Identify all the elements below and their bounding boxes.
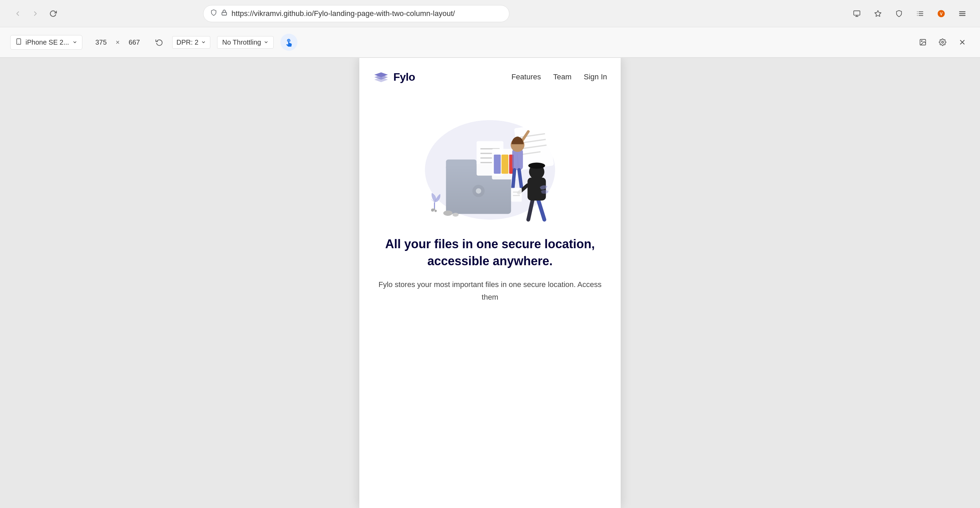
svg-text:V: V — [940, 11, 943, 16]
devtools-settings-button[interactable] — [935, 35, 950, 50]
hero-svg — [373, 103, 607, 225]
svg-point-61 — [453, 213, 459, 217]
forward-button[interactable] — [28, 6, 43, 21]
dimension-display: × — [89, 38, 146, 46]
fylo-navigation: Fylo Features Team Sign In — [360, 58, 620, 96]
hero-description: Fylo stores your most important files in… — [373, 278, 607, 304]
menu-button[interactable] — [955, 6, 970, 21]
chevron-down-icon — [73, 40, 77, 45]
dimension-separator: × — [116, 38, 120, 46]
svg-rect-47 — [512, 149, 523, 170]
svg-line-49 — [513, 170, 515, 187]
lock-icon — [221, 10, 227, 18]
svg-point-31 — [476, 188, 481, 194]
svg-rect-38 — [494, 154, 501, 174]
svg-point-59 — [528, 163, 546, 169]
browser-titlebar: https://vikramvi.github.io/Fylo-landing-… — [0, 0, 980, 27]
svg-point-60 — [443, 210, 453, 216]
svg-point-20 — [942, 41, 943, 43]
nav-team-link[interactable]: Team — [553, 73, 572, 81]
address-bar[interactable]: https://vikramvi.github.io/Fylo-landing-… — [203, 5, 509, 22]
fylo-logo-icon — [373, 70, 389, 84]
sync-button[interactable]: V — [934, 6, 949, 21]
nav-features-link[interactable]: Features — [511, 73, 541, 81]
bookmark-button[interactable] — [870, 6, 885, 21]
close-devtools-button[interactable] — [955, 35, 970, 50]
shield-icon — [210, 9, 217, 18]
nav-buttons — [10, 6, 60, 21]
svg-point-26 — [433, 209, 435, 210]
hero-title: All your files in one secure location, a… — [373, 236, 607, 270]
hand-icon — [285, 38, 293, 47]
mobile-device-icon — [15, 38, 22, 47]
dpr-chevron-icon — [201, 40, 206, 45]
fylo-logo-text: Fylo — [393, 71, 415, 83]
device-name: iPhone SE 2... — [25, 38, 69, 46]
hero-illustration — [373, 103, 607, 225]
svg-rect-55 — [511, 188, 522, 202]
touch-mode-button[interactable] — [280, 34, 298, 51]
svg-rect-1 — [854, 11, 860, 15]
nav-signin-link[interactable]: Sign In — [584, 73, 608, 81]
dpr-selector[interactable]: DPR: 2 — [172, 36, 210, 49]
rotate-button[interactable] — [153, 36, 165, 48]
svg-marker-4 — [875, 10, 881, 16]
svg-rect-0 — [222, 12, 227, 15]
fylo-nav-links: Features Team Sign In — [511, 73, 607, 81]
svg-line-52 — [538, 199, 544, 220]
svg-line-50 — [519, 170, 522, 187]
toolbar-right: V — [850, 6, 970, 21]
throttle-chevron-icon — [264, 40, 269, 45]
throttle-value: No Throttling — [222, 38, 261, 46]
svg-point-19 — [921, 40, 922, 41]
devtools-toolbar: iPhone SE 2... × DPR: 2 No Throttling — [0, 27, 980, 58]
mobile-viewport: Fylo Features Team Sign In — [360, 58, 620, 508]
browser-window: https://vikramvi.github.io/Fylo-landing-… — [0, 0, 980, 508]
height-input[interactable] — [123, 38, 146, 46]
dpr-value: DPR: 2 — [177, 38, 198, 46]
devtools-right-buttons — [915, 35, 970, 50]
fylo-logo-link[interactable]: Fylo — [373, 70, 415, 84]
width-input[interactable] — [89, 38, 113, 46]
tab-manager-button[interactable] — [850, 6, 864, 21]
throttle-selector[interactable]: No Throttling — [217, 36, 274, 49]
fylo-page: Fylo Features Team Sign In — [360, 58, 620, 508]
mozilla-vpn-button[interactable] — [891, 6, 907, 21]
device-selector[interactable]: iPhone SE 2... — [10, 35, 82, 50]
reload-button[interactable] — [46, 6, 60, 21]
address-text: https://vikramvi.github.io/Fylo-landing-… — [231, 9, 502, 18]
svg-rect-39 — [501, 154, 508, 174]
fylo-hero-section: All your files in one secure location, a… — [360, 96, 620, 317]
back-button[interactable] — [10, 6, 25, 21]
history-button[interactable] — [913, 6, 928, 21]
svg-point-25 — [434, 210, 437, 212]
screenshot-button[interactable] — [915, 35, 930, 50]
browser-content: Fylo Features Team Sign In — [0, 58, 980, 508]
